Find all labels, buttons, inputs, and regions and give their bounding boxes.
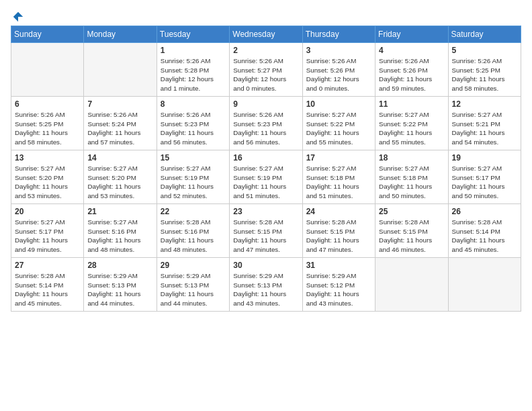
day-number: 25 xyxy=(379,207,444,216)
calendar-week-row: 13Sunrise: 5:27 AM Sunset: 5:20 PM Dayli… xyxy=(11,150,521,204)
day-info: Sunrise: 5:26 AM Sunset: 5:24 PM Dayligh… xyxy=(87,110,152,147)
day-info: Sunrise: 5:29 AM Sunset: 5:13 PM Dayligh… xyxy=(161,271,226,308)
day-info: Sunrise: 5:28 AM Sunset: 5:14 PM Dayligh… xyxy=(452,218,517,255)
day-info: Sunrise: 5:26 AM Sunset: 5:28 PM Dayligh… xyxy=(161,56,226,93)
day-number: 18 xyxy=(379,153,444,163)
day-info: Sunrise: 5:28 AM Sunset: 5:16 PM Dayligh… xyxy=(161,218,226,255)
calendar-cell: 15Sunrise: 5:27 AM Sunset: 5:19 PM Dayli… xyxy=(157,150,229,204)
day-number: 24 xyxy=(306,207,371,216)
day-number: 17 xyxy=(306,153,371,163)
calendar-cell: 8Sunrise: 5:26 AM Sunset: 5:23 PM Daylig… xyxy=(157,97,229,150)
day-info: Sunrise: 5:26 AM Sunset: 5:25 PM Dayligh… xyxy=(452,56,517,93)
day-number: 6 xyxy=(15,99,80,109)
calendar-cell: 30Sunrise: 5:29 AM Sunset: 5:13 PM Dayli… xyxy=(230,258,302,312)
day-number: 12 xyxy=(452,99,517,109)
day-info: Sunrise: 5:26 AM Sunset: 5:23 PM Dayligh… xyxy=(161,110,226,147)
day-number: 15 xyxy=(161,153,226,163)
day-info: Sunrise: 5:27 AM Sunset: 5:20 PM Dayligh… xyxy=(15,164,80,201)
day-info: Sunrise: 5:27 AM Sunset: 5:17 PM Dayligh… xyxy=(452,164,517,201)
day-info: Sunrise: 5:27 AM Sunset: 5:16 PM Dayligh… xyxy=(87,218,152,255)
calendar-cell: 12Sunrise: 5:27 AM Sunset: 5:21 PM Dayli… xyxy=(448,97,521,150)
day-info: Sunrise: 5:28 AM Sunset: 5:15 PM Dayligh… xyxy=(379,218,444,255)
calendar-cell: 11Sunrise: 5:27 AM Sunset: 5:22 PM Dayli… xyxy=(375,97,448,150)
calendar-week-row: 27Sunrise: 5:28 AM Sunset: 5:14 PM Dayli… xyxy=(11,258,521,312)
calendar-cell: 21Sunrise: 5:27 AM Sunset: 5:16 PM Dayli… xyxy=(84,204,157,258)
day-number: 9 xyxy=(233,99,298,109)
day-number: 27 xyxy=(15,261,80,270)
calendar-cell xyxy=(11,43,84,97)
calendar-cell xyxy=(375,258,448,312)
day-number: 26 xyxy=(452,207,517,216)
day-number: 16 xyxy=(233,153,298,163)
calendar-cell xyxy=(84,43,157,97)
day-info: Sunrise: 5:26 AM Sunset: 5:26 PM Dayligh… xyxy=(306,56,371,93)
day-number: 28 xyxy=(87,261,152,270)
calendar-cell: 25Sunrise: 5:28 AM Sunset: 5:15 PM Dayli… xyxy=(375,204,448,258)
weekday-header: Saturday xyxy=(448,26,521,43)
calendar-cell: 4Sunrise: 5:26 AM Sunset: 5:26 PM Daylig… xyxy=(375,43,448,97)
weekday-header: Tuesday xyxy=(157,26,229,43)
day-number: 3 xyxy=(306,46,371,55)
calendar-week-row: 6Sunrise: 5:26 AM Sunset: 5:25 PM Daylig… xyxy=(11,97,521,150)
calendar-cell: 26Sunrise: 5:28 AM Sunset: 5:14 PM Dayli… xyxy=(448,204,521,258)
weekday-header: Sunday xyxy=(11,26,84,43)
calendar-cell: 23Sunrise: 5:28 AM Sunset: 5:15 PM Dayli… xyxy=(230,204,302,258)
day-info: Sunrise: 5:28 AM Sunset: 5:15 PM Dayligh… xyxy=(233,218,298,255)
day-info: Sunrise: 5:28 AM Sunset: 5:15 PM Dayligh… xyxy=(306,218,371,255)
day-number: 7 xyxy=(87,99,152,109)
calendar-cell: 19Sunrise: 5:27 AM Sunset: 5:17 PM Dayli… xyxy=(448,150,521,204)
day-number: 2 xyxy=(233,46,298,55)
calendar-cell: 9Sunrise: 5:26 AM Sunset: 5:23 PM Daylig… xyxy=(230,97,302,150)
day-number: 22 xyxy=(161,207,226,216)
day-number: 4 xyxy=(379,46,444,55)
day-info: Sunrise: 5:28 AM Sunset: 5:14 PM Dayligh… xyxy=(15,271,80,308)
calendar-cell: 2Sunrise: 5:26 AM Sunset: 5:27 PM Daylig… xyxy=(230,43,302,97)
day-number: 8 xyxy=(161,99,226,109)
calendar-cell: 16Sunrise: 5:27 AM Sunset: 5:19 PM Dayli… xyxy=(230,150,302,204)
calendar-cell: 31Sunrise: 5:29 AM Sunset: 5:12 PM Dayli… xyxy=(302,258,375,312)
calendar-cell: 3Sunrise: 5:26 AM Sunset: 5:26 PM Daylig… xyxy=(302,43,375,97)
day-info: Sunrise: 5:29 AM Sunset: 5:13 PM Dayligh… xyxy=(233,271,298,308)
day-info: Sunrise: 5:27 AM Sunset: 5:18 PM Dayligh… xyxy=(379,164,444,201)
calendar-cell: 7Sunrise: 5:26 AM Sunset: 5:24 PM Daylig… xyxy=(84,97,157,150)
day-number: 19 xyxy=(452,153,517,163)
day-info: Sunrise: 5:29 AM Sunset: 5:12 PM Dayligh… xyxy=(306,271,371,308)
day-info: Sunrise: 5:26 AM Sunset: 5:27 PM Dayligh… xyxy=(233,56,298,93)
day-info: Sunrise: 5:27 AM Sunset: 5:21 PM Dayligh… xyxy=(452,110,517,147)
day-number: 23 xyxy=(233,207,298,216)
day-info: Sunrise: 5:27 AM Sunset: 5:20 PM Dayligh… xyxy=(87,164,152,201)
weekday-header: Monday xyxy=(84,26,157,43)
day-number: 11 xyxy=(379,99,444,109)
day-info: Sunrise: 5:26 AM Sunset: 5:26 PM Dayligh… xyxy=(379,56,444,93)
weekday-header: Wednesday xyxy=(230,26,302,43)
logo-icon xyxy=(12,11,24,23)
day-info: Sunrise: 5:27 AM Sunset: 5:19 PM Dayligh… xyxy=(233,164,298,201)
day-number: 13 xyxy=(15,153,80,163)
calendar-cell: 28Sunrise: 5:29 AM Sunset: 5:13 PM Dayli… xyxy=(84,258,157,312)
svg-marker-0 xyxy=(13,12,23,21)
calendar-cell: 22Sunrise: 5:28 AM Sunset: 5:16 PM Dayli… xyxy=(157,204,229,258)
day-number: 20 xyxy=(15,207,80,216)
day-number: 29 xyxy=(161,261,226,270)
weekday-header: Thursday xyxy=(302,26,375,43)
day-info: Sunrise: 5:26 AM Sunset: 5:23 PM Dayligh… xyxy=(233,110,298,147)
weekday-header: Friday xyxy=(375,26,448,43)
calendar-cell: 17Sunrise: 5:27 AM Sunset: 5:18 PM Dayli… xyxy=(302,150,375,204)
day-info: Sunrise: 5:29 AM Sunset: 5:13 PM Dayligh… xyxy=(87,271,152,308)
day-number: 30 xyxy=(233,261,298,270)
calendar-table: SundayMondayTuesdayWednesdayThursdayFrid… xyxy=(11,26,521,312)
calendar-cell: 13Sunrise: 5:27 AM Sunset: 5:20 PM Dayli… xyxy=(11,150,84,204)
page-header xyxy=(11,11,521,20)
day-number: 1 xyxy=(161,46,226,55)
logo xyxy=(11,11,24,20)
calendar-cell: 20Sunrise: 5:27 AM Sunset: 5:17 PM Dayli… xyxy=(11,204,84,258)
calendar-cell: 5Sunrise: 5:26 AM Sunset: 5:25 PM Daylig… xyxy=(448,43,521,97)
day-number: 21 xyxy=(87,207,152,216)
calendar-cell: 29Sunrise: 5:29 AM Sunset: 5:13 PM Dayli… xyxy=(157,258,229,312)
calendar-cell: 1Sunrise: 5:26 AM Sunset: 5:28 PM Daylig… xyxy=(157,43,229,97)
calendar-week-row: 1Sunrise: 5:26 AM Sunset: 5:28 PM Daylig… xyxy=(11,43,521,97)
calendar-cell: 6Sunrise: 5:26 AM Sunset: 5:25 PM Daylig… xyxy=(11,97,84,150)
day-number: 10 xyxy=(306,99,371,109)
calendar-week-row: 20Sunrise: 5:27 AM Sunset: 5:17 PM Dayli… xyxy=(11,204,521,258)
calendar-cell: 10Sunrise: 5:27 AM Sunset: 5:22 PM Dayli… xyxy=(302,97,375,150)
